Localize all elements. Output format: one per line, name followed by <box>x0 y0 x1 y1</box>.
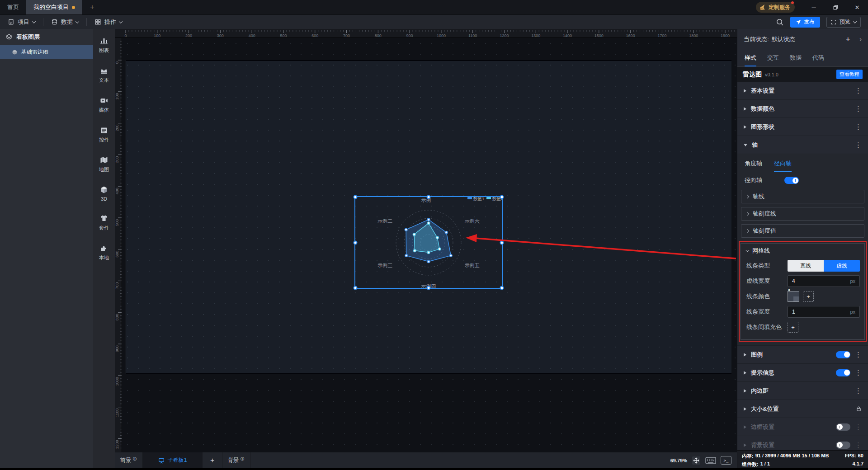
rail-item-local[interactable]: 本地 <box>93 240 115 265</box>
menu-data[interactable]: 数据 <box>43 15 86 29</box>
publish-button[interactable]: 发布 <box>790 17 820 28</box>
section-menu-button[interactable]: ⋮ <box>855 105 862 112</box>
subboard-tab[interactable]: 子看板1 <box>143 452 203 468</box>
svg-text:600: 600 <box>311 33 318 38</box>
custom-service-badge[interactable]: 定制服务 <box>756 2 795 13</box>
tab-code[interactable]: 代码 <box>812 50 824 66</box>
rail-item-media[interactable]: 媒体 <box>93 92 115 117</box>
rail-item-control[interactable]: 控件 <box>93 122 115 147</box>
section-menu-button[interactable]: ⋮ <box>855 141 862 148</box>
tab-radial-axis[interactable]: 径向轴 <box>774 160 792 172</box>
section-axis[interactable]: 轴⋮ <box>737 136 868 154</box>
subsection-axis-tick[interactable]: 轴刻度线 <box>741 207 864 221</box>
fit-screen-button[interactable] <box>692 456 701 465</box>
color-swatch[interactable]: x <box>788 291 799 302</box>
section-toggle[interactable] <box>836 369 850 376</box>
subsection-axis-line[interactable]: 轴线 <box>741 190 864 203</box>
keyboard-shortcuts-button[interactable] <box>705 456 716 465</box>
resize-handle[interactable] <box>500 195 504 199</box>
add-subboard-button[interactable]: + <box>203 452 222 468</box>
new-tab-button[interactable]: + <box>82 0 102 14</box>
search-icon[interactable] <box>776 18 784 26</box>
resize-handle[interactable] <box>427 195 431 199</box>
panel-tabs: 样式 交互 数据 代码 <box>737 50 868 67</box>
section-toggle[interactable] <box>836 351 850 358</box>
selection-box[interactable] <box>354 196 503 289</box>
window-restore-button[interactable] <box>825 0 846 14</box>
svg-text:1200: 1200 <box>115 440 119 449</box>
preview-button[interactable]: 预览 <box>826 17 861 28</box>
line-width-input[interactable] <box>792 309 850 315</box>
add-fill-color-button[interactable]: + <box>788 322 798 333</box>
subsection-axis-tick-value[interactable]: 轴刻度值 <box>741 224 864 238</box>
add-foreground-icon[interactable]: ⊕ <box>132 456 137 462</box>
resize-handle[interactable] <box>427 286 431 290</box>
menu-action[interactable]: 操作 <box>87 15 130 29</box>
section-shape[interactable]: 图形形状⋮ <box>737 118 868 136</box>
grid-line-header[interactable]: 网格线 <box>741 244 864 258</box>
option-solid-line[interactable]: 直线 <box>788 260 824 272</box>
section-menu-button[interactable]: ⋮ <box>855 87 862 94</box>
tutorial-button[interactable]: 查看教程 <box>836 70 863 79</box>
section-legend[interactable]: 图例⋮ <box>737 346 868 364</box>
tab-style[interactable]: 样式 <box>745 50 756 66</box>
menu-project[interactable]: 项目 <box>0 15 43 29</box>
resize-handle[interactable] <box>354 195 358 199</box>
section-size-position[interactable]: 大小&位置 <box>737 400 868 418</box>
section-background[interactable]: 背景设置⋮ <box>737 436 868 450</box>
section-toggle[interactable] <box>836 423 850 431</box>
section-menu-button[interactable]: ⋮ <box>855 442 862 448</box>
section-menu-button[interactable]: ⋮ <box>855 369 862 376</box>
layer-item-label: 基础雷达图 <box>21 48 48 56</box>
rail-item-text[interactable]: 文本 <box>93 62 115 87</box>
window-minimize-button[interactable]: ─ <box>803 0 825 14</box>
section-border[interactable]: 边框设置⋮ <box>737 418 868 436</box>
section-menu-button[interactable]: ⋮ <box>855 423 862 430</box>
option-dashed-line[interactable]: 虚线 <box>824 260 860 272</box>
tab-home[interactable]: 首页 <box>0 0 26 14</box>
tab-angle-axis[interactable]: 角度轴 <box>745 160 762 172</box>
tab-interaction[interactable]: 交互 <box>767 50 779 66</box>
foreground-label: 前景 <box>120 456 131 464</box>
section-toggle[interactable] <box>836 442 850 449</box>
section-tooltip[interactable]: 提示信息⋮ <box>737 364 868 382</box>
svg-text:500: 500 <box>115 219 119 226</box>
rail-item-label: 3D <box>101 196 107 202</box>
section-basic[interactable]: 基本设置⋮ <box>737 82 868 100</box>
section-menu-button[interactable]: ⋮ <box>855 123 862 130</box>
tab-project[interactable]: 我的空白项目 <box>26 0 82 14</box>
section-padding[interactable]: 内边距⋮ <box>737 382 868 400</box>
resize-handle[interactable] <box>354 286 358 290</box>
rail-item-map[interactable]: 地图 <box>93 152 115 177</box>
terminal-button[interactable]: >_ <box>721 456 731 465</box>
section-data-color[interactable]: 数据颜色⋮ <box>737 100 868 118</box>
canvas-area[interactable]: 0100200300400500600700800900100011001200… <box>115 29 737 470</box>
resize-handle[interactable] <box>500 286 504 290</box>
radial-axis-toggle[interactable] <box>784 177 799 184</box>
rail-item-label: 文本 <box>99 77 109 84</box>
dash-width-input[interactable] <box>792 278 850 284</box>
section-menu-button[interactable]: ⋮ <box>855 387 862 394</box>
resize-handle[interactable] <box>500 240 504 244</box>
foreground-button[interactable]: 前景 ⊕ <box>115 452 143 468</box>
add-color-button[interactable]: + <box>803 291 814 302</box>
component-rail: 图表文本媒体控件地图3D套件本地 <box>93 29 115 470</box>
window-close-button[interactable]: ✕ <box>846 0 868 14</box>
expand-states-button[interactable]: › <box>859 35 862 43</box>
rail-item-kit[interactable]: 套件 <box>93 210 115 235</box>
add-background-icon[interactable]: ⊕ <box>240 456 245 462</box>
grid-icon <box>94 19 101 25</box>
resize-handle[interactable] <box>354 240 358 244</box>
rail-item-3d[interactable]: 3D <box>93 182 115 205</box>
background-button[interactable]: 背景 ⊕ <box>222 452 250 468</box>
add-state-button[interactable]: + <box>846 35 850 44</box>
remove-color-icon[interactable]: x <box>788 287 790 292</box>
components-value: 1 / 1 <box>760 461 770 468</box>
rail-item-chart[interactable]: 图表 <box>93 33 115 57</box>
lock-icon[interactable] <box>856 406 862 412</box>
layer-item-radar[interactable]: 基础雷达图 <box>0 45 93 59</box>
section-menu-button[interactable]: ⋮ <box>855 351 862 358</box>
fps-value: 60 <box>858 453 863 460</box>
tab-data[interactable]: 数据 <box>790 50 802 66</box>
section-label: 大小&位置 <box>751 405 778 413</box>
